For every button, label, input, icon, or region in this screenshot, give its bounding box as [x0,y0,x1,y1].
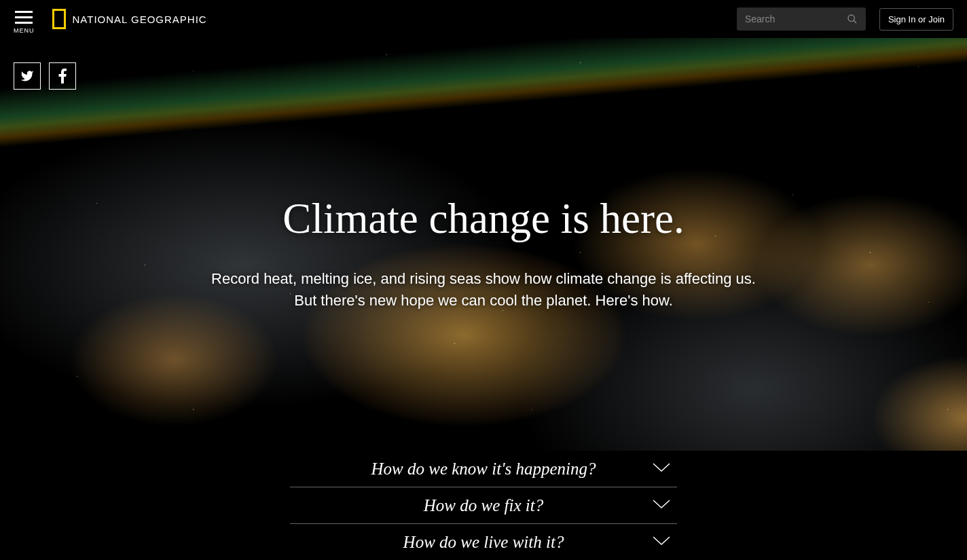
hero-subtitle: Record heat, melting ice, and rising sea… [27,268,940,312]
chevron-down-icon [653,500,670,512]
search-box[interactable] [737,7,866,31]
signin-button[interactable]: Sign In or Join [879,8,953,31]
accordion-item-live[interactable]: How do we live with it? [290,524,677,560]
chevron-down-icon [653,463,670,475]
chevron-down-icon [653,536,670,548]
share-twitter[interactable] [14,62,41,90]
hamburger-icon [15,11,33,24]
accordion-label: How do we fix it? [424,496,543,515]
search-icon[interactable] [847,14,858,24]
accordion-label: How do we know it's happening? [371,460,596,479]
menu-button[interactable]: MENU [14,4,35,34]
share-facebook[interactable] [49,62,76,90]
accordion-item-know[interactable]: How do we know it's happening? [290,451,677,487]
header-right: Sign In or Join [737,7,953,31]
natgeo-frame-icon [52,9,66,29]
hero-subtitle-line2: But there's new hope we can cool the pla… [294,292,673,309]
accordion: How do we know it's happening? How do we… [0,451,967,560]
hero: Climate change is here. Record heat, mel… [0,38,967,451]
social-share [14,62,76,90]
accordion-label: How do we live with it? [403,533,564,552]
site-header: MENU NATIONAL GEOGRAPHIC Sign In or Join [0,0,967,38]
svg-line-1 [854,20,856,23]
hero-title: Climate change is here. [27,194,940,244]
svg-point-0 [848,15,854,21]
search-input[interactable] [745,14,840,24]
menu-label: MENU [14,27,35,34]
brand-logo[interactable]: NATIONAL GEOGRAPHIC [52,9,207,29]
hero-text: Climate change is here. Record heat, mel… [0,194,967,312]
accordion-item-fix[interactable]: How do we fix it? [290,487,677,524]
hero-subtitle-line1: Record heat, melting ice, and rising sea… [211,270,756,287]
twitter-icon [20,69,34,83]
facebook-icon [58,69,67,83]
brand-name: NATIONAL GEOGRAPHIC [73,14,207,25]
